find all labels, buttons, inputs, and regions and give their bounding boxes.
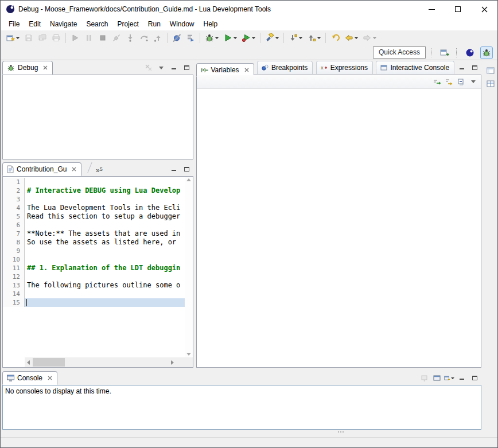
display-selected-console-button[interactable] [431, 373, 442, 383]
line-text[interactable] [25, 272, 185, 281]
debug-perspective-button[interactable] [480, 46, 493, 59]
close-tab-icon[interactable] [48, 376, 52, 380]
save-all-button[interactable] [36, 32, 49, 44]
run-last-tool-button[interactable] [240, 32, 257, 44]
editor-line-6[interactable]: 6 [3, 221, 193, 229]
close-tab-icon[interactable] [72, 167, 76, 172]
editor-line-5[interactable]: 5Read this section to setup a debugger [3, 212, 193, 221]
save-button[interactable] [22, 32, 35, 44]
show-type-names-button[interactable] [432, 77, 442, 87]
sash-handle[interactable] [338, 431, 344, 433]
tab-contribution-guide[interactable]: Contribution_Gu [2, 162, 81, 176]
menu-help[interactable]: Help [199, 18, 223, 30]
editor-line-8[interactable]: 8So use the assets as listed here, or [3, 238, 193, 247]
editor-line-15[interactable]: 15 [3, 298, 193, 307]
line-number[interactable]: 5 [3, 212, 25, 221]
line-number[interactable]: 12 [3, 272, 25, 281]
editor-line-3[interactable]: 3 [3, 195, 193, 204]
back-button[interactable] [343, 32, 360, 44]
print-button[interactable] [50, 32, 63, 44]
console-minimize-button[interactable] [457, 373, 467, 383]
editor-line-9[interactable]: 9 [3, 247, 193, 255]
tab-debug[interactable]: Debug [2, 61, 53, 75]
resume-button[interactable] [69, 32, 81, 44]
step-over-button[interactable] [138, 32, 150, 44]
use-step-filters-button[interactable] [184, 32, 197, 44]
debug-maximize-button[interactable] [181, 63, 192, 72]
line-text[interactable] [25, 255, 185, 264]
new-wizard-button[interactable] [4, 32, 21, 44]
line-text[interactable]: The following pictures outline some o [25, 281, 185, 290]
menu-navigate[interactable]: Navigate [45, 18, 81, 30]
line-text[interactable] [25, 290, 185, 298]
close-tab-icon[interactable] [244, 68, 249, 72]
variables-view-menu-button[interactable] [468, 77, 478, 87]
editor-line-1[interactable]: 1 [3, 178, 193, 186]
debug-button[interactable] [203, 32, 220, 44]
line-text[interactable] [25, 298, 185, 307]
quick-access-input[interactable]: Quick Access [373, 46, 426, 59]
lua-perspective-button[interactable] [464, 46, 476, 59]
menu-edit[interactable]: Edit [24, 18, 45, 30]
variables-minimize-button[interactable] [457, 63, 467, 72]
line-number[interactable]: 2 [3, 186, 25, 195]
step-into-button[interactable] [124, 32, 137, 44]
skip-all-breakpoints-button[interactable] [170, 32, 183, 44]
editor-body[interactable]: 12# Interactive DEBUG using Lua Develop3… [3, 177, 193, 357]
tab-interactive-console[interactable]: Interactive Console [376, 61, 454, 74]
line-number[interactable]: 15 [3, 298, 25, 307]
line-text[interactable]: So use the assets as listed here, or [25, 238, 185, 247]
line-text[interactable] [25, 221, 185, 229]
editor-line-7[interactable]: 7**Note:** The assets that are used in [3, 229, 193, 238]
restore-view-button-2[interactable] [485, 79, 496, 88]
restore-view-button-1[interactable] [485, 66, 496, 75]
maximize-window-button[interactable] [445, 1, 471, 18]
show-logical-structures-button[interactable] [444, 77, 454, 87]
line-text[interactable]: ## 1. Explanation of the LDT debuggin [25, 264, 185, 272]
minimize-window-button[interactable] [418, 1, 445, 18]
pin-console-button[interactable] [419, 373, 429, 383]
remove-all-terminated-button[interactable] [143, 63, 154, 72]
scroll-left-icon[interactable] [27, 360, 30, 365]
step-return-button[interactable] [151, 32, 164, 44]
next-annotation-button[interactable] [287, 32, 304, 44]
last-edit-location-button[interactable] [329, 32, 341, 44]
line-text[interactable]: The Lua Development Tools in the Ecli [25, 204, 185, 212]
tab-variables[interactable]: (x)= Variables [196, 63, 254, 77]
line-number[interactable]: 4 [3, 204, 25, 212]
menu-file[interactable]: File [4, 18, 24, 30]
hidden-editors-chevron[interactable]: »5 [96, 165, 103, 174]
editor-maximize-button[interactable] [181, 165, 192, 174]
line-number[interactable]: 8 [3, 238, 25, 247]
line-number[interactable]: 9 [3, 247, 25, 255]
line-number[interactable]: 11 [3, 264, 25, 272]
line-number[interactable]: 7 [3, 229, 25, 238]
tab-console[interactable]: Console [2, 371, 57, 385]
menu-project[interactable]: Project [112, 18, 143, 30]
perspective-bar-handle[interactable] [456, 48, 458, 57]
collapse-all-button[interactable] [456, 77, 466, 87]
terminate-button[interactable] [96, 32, 109, 44]
menu-window[interactable]: Window [165, 18, 199, 30]
forward-button[interactable] [361, 32, 378, 44]
scroll-up-icon[interactable] [186, 178, 191, 181]
editor-line-12[interactable]: 12 [3, 272, 193, 281]
run-button[interactable] [221, 32, 239, 44]
variables-maximize-button[interactable] [469, 63, 480, 72]
line-number[interactable]: 6 [3, 221, 25, 229]
debug-minimize-button[interactable] [169, 63, 179, 72]
line-text[interactable] [25, 178, 185, 186]
tab-breakpoints[interactable]: Breakpoints [257, 61, 313, 74]
scroll-down-icon[interactable] [186, 353, 191, 356]
scroll-right-icon[interactable] [171, 360, 174, 365]
line-text[interactable] [25, 247, 185, 255]
line-text[interactable]: **Note:** The assets that are used in [25, 229, 185, 238]
line-text[interactable]: # Interactive DEBUG using Lua Develop [25, 186, 185, 195]
disconnect-button[interactable] [110, 32, 123, 44]
menu-search[interactable]: Search [81, 18, 112, 30]
line-text[interactable] [25, 195, 185, 204]
close-window-button[interactable] [471, 1, 497, 18]
open-perspective-button[interactable] [438, 46, 451, 59]
console-maximize-button[interactable] [469, 373, 480, 383]
line-number[interactable]: 1 [3, 178, 25, 186]
